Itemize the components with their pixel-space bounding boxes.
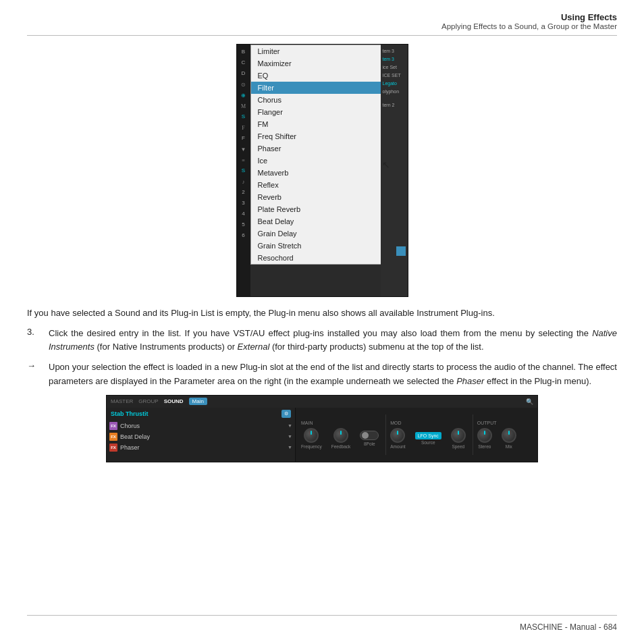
synth-tab-group[interactable]: GROUP: [138, 398, 158, 404]
menu-item-metaverb[interactable]: Metaverb: [251, 167, 381, 179]
sidebar-num-2: 2: [242, 188, 244, 197]
synth-sound-edit-btn[interactable]: ⚙: [281, 410, 291, 418]
paragraph-1: If you have selected a Sound and its Plu…: [27, 306, 617, 320]
menu-item-reverb[interactable]: Reverb: [251, 191, 381, 203]
sidebar-icon-2: ⊕: [239, 90, 248, 100]
knob-speed-label: Speed: [452, 444, 464, 449]
sidebar-num-4: 4: [242, 209, 244, 219]
menu-item-ice[interactable]: Ice: [251, 155, 381, 167]
sidebar-num-3: 3: [242, 198, 244, 208]
synth-top-bar: MASTER GROUP SOUND Main 🔍: [107, 396, 537, 408]
synth-plugin-phaser: FX Phaser ▼: [109, 443, 292, 452]
knob-group-feedback: Feedback: [331, 428, 351, 449]
knob-group-mix: Mix: [502, 428, 516, 449]
synth-tab-sound[interactable]: SOUND: [164, 398, 184, 404]
menu-item-fm[interactable]: FM: [251, 118, 381, 130]
page-content: B C D ⊙ ⊕ M S F F ▼ ≡ S ♪ 2 3 4 5 6 Limi…: [27, 44, 617, 607]
sidebar-icon-1: ⊙: [239, 80, 248, 89]
synth-section-main: MAIN Frequency Feedback 8Pole: [301, 421, 379, 449]
knob-feedback-label: Feedback: [331, 444, 351, 449]
menu-item-reflex[interactable]: Reflex: [251, 179, 381, 191]
knob-group-frequency: Frequency: [301, 428, 322, 449]
footer-rule: [27, 615, 617, 616]
sidebar-num-5: 5: [242, 220, 244, 230]
menu-item-eq[interactable]: EQ: [251, 70, 381, 82]
menu-item-phaser[interactable]: Phaser: [251, 142, 381, 155]
knob-8pole-label: 8Pole: [364, 441, 375, 446]
synth-knob-area: MAIN Frequency Feedback 8Pole: [296, 408, 537, 462]
knob-speed[interactable]: [451, 428, 466, 443]
sidebar-icon-5: ≡: [239, 155, 248, 165]
menu-item-plate-reverb[interactable]: Plate Reverb: [251, 203, 381, 215]
screenshot-synth: MASTER GROUP SOUND Main 🔍 Stab Thrustit …: [106, 395, 538, 462]
knob-stereo-label: Stereo: [478, 444, 491, 449]
sidebar-letter-b: B: [242, 47, 245, 57]
sidebar-num-6: 6: [242, 231, 244, 240]
knob-group-stereo: Stereo: [477, 428, 492, 449]
right-cyan-square: [396, 246, 406, 256]
synth-search-icon[interactable]: 🔍: [526, 398, 533, 405]
right-item-5: Legato: [381, 80, 408, 87]
synth-main-knobs: Frequency Feedback 8Pole: [301, 428, 379, 449]
synth-sound-row: Stab Thrustit ⚙: [107, 408, 295, 420]
right-item-4: ICE SET: [381, 72, 408, 79]
menu-item-filter[interactable]: Filter: [251, 82, 381, 94]
synth-tab-main-active[interactable]: Main: [189, 398, 207, 405]
menu-item-beat-delay[interactable]: Beat Delay: [251, 215, 381, 227]
synth-output-knobs: Stereo Mix: [477, 428, 516, 449]
step-3-italic-1: Native Instruments: [49, 328, 617, 352]
menu-item-limiter[interactable]: Limiter: [251, 45, 381, 57]
sidebar-letter-c: C: [242, 58, 246, 68]
toggle-8pole[interactable]: [360, 431, 379, 440]
arrow-symbol: →: [27, 360, 41, 387]
synth-left-panel: Stab Thrustit ⚙ FX Chorus ▼ FX Beat Dela…: [107, 408, 296, 462]
header-title: Using Effects: [441, 12, 617, 22]
knob-frequency[interactable]: [304, 428, 319, 443]
knob-mix[interactable]: [502, 428, 516, 443]
menu-item-resochord[interactable]: Resochord: [251, 252, 381, 264]
synth-plugin-phaser-arrow[interactable]: ▼: [288, 445, 292, 450]
synth-section-mod: MOD Amount LFO Sync Source Speed: [390, 421, 466, 449]
step-3-container: 3. Click the desired entry in the list. …: [27, 327, 617, 354]
arrow-text: Upon your selection the effect is loaded…: [49, 360, 617, 387]
screenshot-effect-list: B C D ⊙ ⊕ M S F F ▼ ≡ S ♪ 2 3 4 5 6 Limi…: [236, 44, 408, 297]
synth-plugin-chorus: FX Chorus ▼: [109, 421, 292, 431]
page-header: Using Effects Applying Effects to a Soun…: [441, 12, 617, 30]
mouse-cursor: ↖: [382, 159, 390, 171]
knob-group-amount: Amount: [390, 428, 405, 449]
sidebar-icon-3: M: [239, 101, 248, 111]
synth-plugin-phaser-box: FX: [109, 444, 117, 452]
arrow-italic: Phaser: [456, 376, 484, 386]
sidebar-arrow-down: ▼: [239, 144, 248, 154]
ss-sidebar: B C D ⊙ ⊕ M S F F ▼ ≡ S ♪ 2 3 4 5 6: [237, 45, 250, 296]
footer-page-info: MASCHINE - Manual - 684: [520, 622, 617, 632]
lfo-sync-button[interactable]: LFO Sync: [415, 432, 441, 439]
synth-plugin-chorus-name: Chorus: [120, 423, 140, 429]
step-3-italic-2: External: [238, 342, 270, 352]
menu-item-maximizer[interactable]: Maximizer: [251, 57, 381, 70]
synth-plugin-beat-delay-arrow[interactable]: ▼: [288, 434, 292, 439]
synth-sound-name-text: Stab Thrustit: [111, 410, 149, 417]
knob-mix-label: Mix: [506, 444, 512, 449]
menu-item-chorus[interactable]: Chorus: [251, 94, 381, 106]
step-3-text: Click the desired entry in the list. If …: [49, 327, 617, 354]
menu-item-flanger[interactable]: Flanger: [251, 106, 381, 118]
synth-plugin-beat-delay-box: FX: [109, 433, 117, 441]
sidebar-letter-s: S: [242, 112, 245, 122]
menu-item-grain-stretch[interactable]: Grain Stretch: [251, 240, 381, 252]
knob-amount[interactable]: [390, 428, 405, 443]
synth-section-output: OUTPUT Stereo Mix: [477, 421, 516, 449]
synth-plugin-beat-delay-name: Beat Delay: [120, 433, 150, 440]
step-3-number: 3.: [27, 327, 41, 354]
knob-feedback[interactable]: [333, 428, 348, 443]
menu-item-grain-delay[interactable]: Grain Delay: [251, 227, 381, 240]
sidebar-letter-s2: S: [242, 166, 245, 176]
knob-stereo[interactable]: [477, 428, 492, 443]
right-item-2: tem 3: [381, 55, 408, 63]
synth-divider-2: [473, 414, 473, 455]
synth-plugin-chorus-arrow[interactable]: ▼: [288, 423, 292, 429]
knob-group-speed: Speed: [451, 428, 466, 449]
menu-item-freq-shifter[interactable]: Freq Shifter: [251, 130, 381, 142]
synth-tab-master[interactable]: MASTER: [111, 398, 133, 404]
synth-plugin-phaser-name: Phaser: [120, 444, 140, 451]
